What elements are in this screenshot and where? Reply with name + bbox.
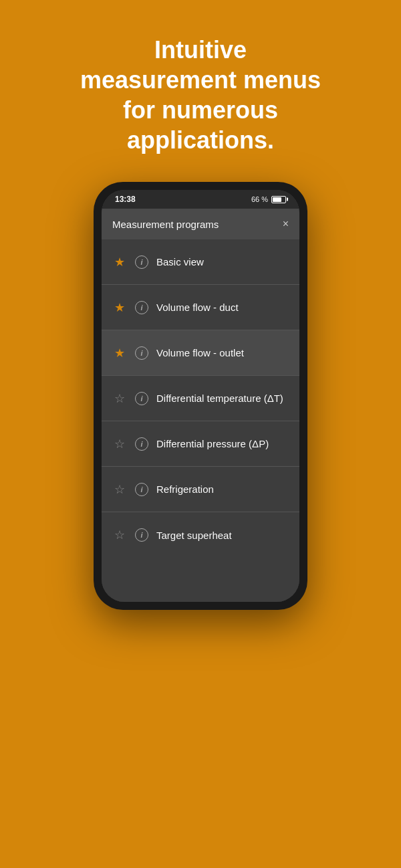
headline-line2: measurement menus	[80, 66, 321, 94]
info-icon[interactable]: i	[135, 528, 148, 542]
menu-list: ★ i Basic view ★ i Volume flow - duct ★ …	[102, 239, 299, 602]
menu-item-label: Refrigeration	[156, 483, 289, 495]
info-icon[interactable]: i	[135, 392, 148, 405]
star-empty-icon[interactable]: ☆	[112, 437, 127, 451]
info-icon[interactable]: i	[135, 483, 148, 496]
menu-item-differential-temperature[interactable]: ☆ i Differential temperature (ΔT)	[102, 376, 299, 421]
phone-device: 13:38 66 % Measurement programs × ★ i Ba…	[94, 182, 307, 610]
info-icon[interactable]: i	[135, 255, 148, 269]
app-header-title: Measurement programs	[112, 219, 219, 230]
status-bar: 13:38 66 %	[102, 190, 299, 209]
info-icon[interactable]: i	[135, 346, 148, 360]
status-right: 66 %	[251, 195, 286, 203]
app-header: Measurement programs ×	[102, 209, 299, 239]
menu-item-refrigeration[interactable]: ☆ i Refrigeration	[102, 467, 299, 512]
menu-item-volume-flow-outlet[interactable]: ★ i Volume flow - outlet	[102, 330, 299, 376]
status-time: 13:38	[115, 195, 136, 204]
headline-line4: applications.	[127, 126, 274, 154]
star-empty-icon[interactable]: ☆	[112, 391, 127, 406]
headline: Intuitive measurement menus for numerous…	[53, 35, 348, 155]
star-empty-icon[interactable]: ☆	[112, 482, 127, 497]
star-filled-icon[interactable]: ★	[112, 346, 127, 360]
menu-item-differential-pressure[interactable]: ☆ i Differential pressure (ΔP)	[102, 421, 299, 467]
menu-item-volume-flow-duct[interactable]: ★ i Volume flow - duct	[102, 285, 299, 330]
battery-fill	[273, 197, 281, 202]
menu-item-target-superheat[interactable]: ☆ i Target superheat	[102, 512, 299, 558]
info-icon[interactable]: i	[135, 301, 148, 314]
battery-icon	[271, 196, 286, 203]
headline-line3: for numerous	[123, 96, 278, 124]
phone-screen: 13:38 66 % Measurement programs × ★ i Ba…	[102, 190, 299, 602]
menu-item-label: Differential temperature (ΔT)	[156, 393, 289, 404]
battery-text: 66 %	[251, 195, 268, 203]
menu-item-label: Volume flow - outlet	[156, 347, 289, 358]
star-filled-icon[interactable]: ★	[112, 255, 127, 269]
menu-item-basic-view[interactable]: ★ i Basic view	[102, 239, 299, 285]
info-icon[interactable]: i	[135, 437, 148, 451]
menu-item-label: Basic view	[156, 256, 289, 267]
star-empty-icon[interactable]: ☆	[112, 528, 127, 542]
headline-line1: Intuitive	[154, 36, 247, 64]
menu-item-label: Differential pressure (ΔP)	[156, 438, 289, 449]
menu-item-label: Target superheat	[156, 530, 289, 541]
close-button[interactable]: ×	[283, 218, 289, 230]
star-filled-icon[interactable]: ★	[112, 300, 127, 315]
menu-item-label: Volume flow - duct	[156, 302, 289, 313]
